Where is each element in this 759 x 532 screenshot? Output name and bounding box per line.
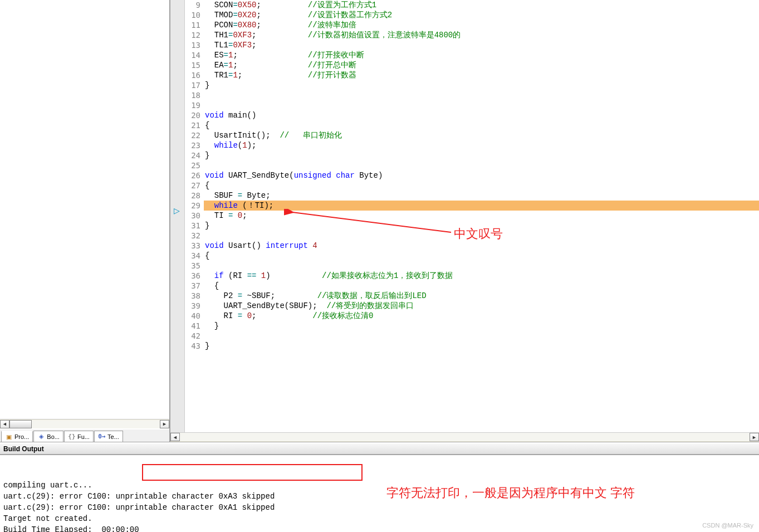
code-line[interactable] <box>204 331 759 341</box>
tab-templates[interactable]: 0→Te... <box>94 431 123 442</box>
line-number: 36 <box>185 271 200 281</box>
annotation-box <box>142 464 363 481</box>
code-line[interactable]: TR1=1; //打开计数器 <box>204 70 759 80</box>
code-line[interactable]: TH1=0XF3; //计数器初始值设置，注意波特率是4800的 <box>204 30 759 40</box>
project-icon: ▣ <box>5 433 13 441</box>
code-line[interactable]: while(1); <box>204 140 759 150</box>
sidebar-tree[interactable] <box>0 0 169 419</box>
build-line: compiling uart.c... <box>3 480 756 491</box>
code-line[interactable]: TI = 0; <box>204 211 759 221</box>
code-line[interactable]: TMOD=0X20; //设置计数器工作方式2 <box>204 10 759 20</box>
line-number: 28 <box>185 191 200 201</box>
line-number: 15 <box>185 60 200 70</box>
line-number: 38 <box>185 291 200 301</box>
line-number: 39 <box>185 301 200 311</box>
line-number: 42 <box>185 331 200 341</box>
line-number: 11 <box>185 20 200 30</box>
code-line[interactable]: EA=1; //打开总中断 <box>204 60 759 70</box>
tab-project[interactable]: ▣Pro... <box>1 431 33 442</box>
line-number: 31 <box>185 221 200 231</box>
scroll-track[interactable] <box>180 433 750 441</box>
code-line[interactable] <box>204 160 759 170</box>
code-line[interactable] <box>204 100 759 110</box>
marker-column: ▷ <box>170 0 185 432</box>
line-number: 18 <box>185 90 200 100</box>
editor-panel: ▷ 91011121314151617181920212223242526272… <box>170 0 759 442</box>
line-number: 33 <box>185 241 200 251</box>
sidebar-tabs: ▣Pro... ◈Bo... {}Fu... 0→Te... <box>0 428 169 442</box>
sidebar-hscroll[interactable]: ◄ ► <box>0 419 169 428</box>
code-line[interactable]: } <box>204 80 759 90</box>
code-line[interactable]: ES=1; //打开接收中断 <box>204 50 759 60</box>
build-line: Build Time Elapsed: 00:00:00 <box>3 524 756 532</box>
scroll-left-icon[interactable]: ◄ <box>170 433 180 441</box>
build-title: Build Output <box>3 445 44 453</box>
code-line[interactable] <box>204 261 759 271</box>
code-line[interactable]: while (！TI); <box>204 201 759 211</box>
line-number: 40 <box>185 311 200 321</box>
line-number: 35 <box>185 261 200 271</box>
code-line[interactable]: { <box>204 120 759 130</box>
line-number: 30 <box>185 211 200 221</box>
line-number: 24 <box>185 150 200 160</box>
line-number: 43 <box>185 341 200 351</box>
tab-label: Bo... <box>47 433 60 440</box>
code-line[interactable]: void UART_SendByte(unsigned char Byte) <box>204 170 759 180</box>
code-line[interactable]: P2 = ~SBUF; //读取数据，取反后输出到LED <box>204 291 759 301</box>
code-line[interactable]: { <box>204 180 759 191</box>
watermark: CSDN @MAR-Sky <box>702 522 753 529</box>
annotation-box-label: 字符无法打印，一般是因为程序中有中文 字符 <box>386 485 635 501</box>
code-line[interactable]: } <box>204 150 759 160</box>
line-number: 21 <box>185 120 200 130</box>
code-area[interactable]: SCON=0X50; //设置为工作方式1 TMOD=0X20; //设置计数器… <box>204 0 759 432</box>
project-sidebar: ◄ ► ▣Pro... ◈Bo... {}Fu... 0→Te... <box>0 0 170 442</box>
line-number: 16 <box>185 70 200 80</box>
code-line[interactable]: { <box>204 281 759 291</box>
current-line-marker-icon: ▷ <box>174 206 180 215</box>
code-line[interactable]: TL1=0XF3; <box>204 40 759 50</box>
line-number: 32 <box>185 231 200 241</box>
annotation-arrow-label: 中文叹号 <box>454 226 503 242</box>
line-number: 13 <box>185 40 200 50</box>
code-line[interactable]: UsartInit(); // 串口初始化 <box>204 130 759 140</box>
build-line: uart.c(29): error C100: unprintable char… <box>3 491 756 502</box>
line-number: 20 <box>185 110 200 120</box>
line-number: 34 <box>185 251 200 261</box>
line-number: 29 <box>185 201 200 211</box>
build-output-header: Build Output <box>0 442 759 455</box>
scroll-right-icon[interactable]: ► <box>750 433 759 441</box>
code-line[interactable]: } <box>204 321 759 331</box>
line-number: 12 <box>185 30 200 40</box>
build-output[interactable]: compiling uart.c...uart.c(29): error C10… <box>0 455 759 532</box>
books-icon: ◈ <box>37 433 45 441</box>
code-line[interactable]: SBUF = Byte; <box>204 191 759 201</box>
code-line[interactable]: SCON=0X50; //设置为工作方式1 <box>204 0 759 10</box>
code-line[interactable] <box>204 90 759 100</box>
code-line[interactable]: } <box>204 341 759 351</box>
line-number: 9 <box>185 0 200 10</box>
build-line: Target not created. <box>3 513 756 524</box>
scroll-thumb[interactable] <box>9 420 32 428</box>
editor-hscroll[interactable]: ◄ ► <box>170 432 759 442</box>
line-number: 14 <box>185 50 200 60</box>
scroll-left-icon[interactable]: ◄ <box>0 420 9 428</box>
code-line[interactable]: RI = 0; //接收标志位清0 <box>204 311 759 321</box>
line-number: 19 <box>185 100 200 110</box>
tab-label: Pro... <box>14 433 29 440</box>
code-line[interactable]: if (RI == 1) //如果接收标志位为1，接收到了数据 <box>204 271 759 281</box>
scroll-right-icon[interactable]: ► <box>160 420 169 428</box>
line-number: 27 <box>185 180 200 191</box>
line-number-gutter: 9101112131415161718192021222324252627282… <box>185 0 204 432</box>
code-line[interactable]: PCON=0X80; //波特率加倍 <box>204 20 759 30</box>
code-line[interactable]: void main() <box>204 110 759 120</box>
tab-functions[interactable]: {}Fu... <box>64 431 94 442</box>
tab-books[interactable]: ◈Bo... <box>33 431 63 442</box>
code-line[interactable]: UART_SendByte(SBUF); //将受到的数据发回串口 <box>204 301 759 311</box>
editor-body[interactable]: ▷ 91011121314151617181920212223242526272… <box>170 0 759 432</box>
line-number: 37 <box>185 281 200 291</box>
line-number: 10 <box>185 10 200 20</box>
code-line[interactable]: { <box>204 251 759 261</box>
tab-label: Te... <box>107 433 119 440</box>
line-number: 41 <box>185 321 200 331</box>
scroll-track[interactable] <box>9 420 160 428</box>
